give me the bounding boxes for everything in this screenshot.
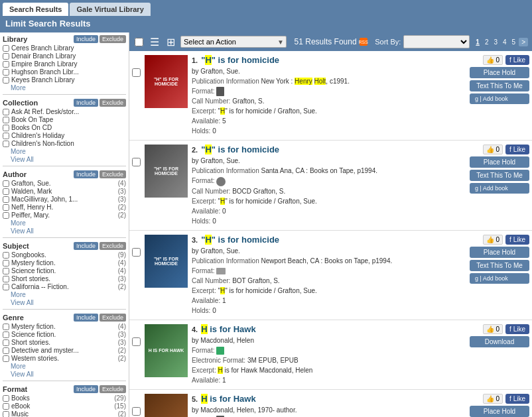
action-select[interactable]: Select an Action Export Email Print (180, 36, 287, 48)
book-title-4[interactable]: H is for Hawk (201, 324, 255, 334)
place-hold-5[interactable]: Place Hold (470, 406, 529, 417)
subject-cb-1[interactable] (3, 260, 9, 267)
list-view-icon[interactable]: ☰ (149, 36, 161, 48)
format-cb-0[interactable] (3, 395, 9, 402)
subject-exclude-button[interactable]: Exclude (100, 242, 126, 250)
text-this-2[interactable]: Text This To Me (470, 170, 529, 181)
genre-cb-4[interactable] (3, 355, 9, 362)
facebook-like-4[interactable]: f Like (505, 324, 529, 334)
subject-view-all-link[interactable]: View All (11, 299, 126, 306)
author-cb-3[interactable] (3, 204, 9, 211)
subject-cb-4[interactable] (3, 284, 9, 290)
author-exclude-button[interactable]: Exclude (100, 170, 126, 178)
author-include-button[interactable]: Include (74, 170, 98, 178)
collection-view-all-link[interactable]: View All (11, 156, 126, 163)
page-5[interactable]: 5 (510, 38, 518, 46)
result-5-checkbox[interactable] (132, 407, 141, 416)
tab-search-results[interactable]: Search Results (3, 3, 68, 16)
genre-cb-1[interactable] (3, 331, 9, 338)
table-row: H IS FOR HAWK 4. H is for Hawk by Macdon… (129, 320, 532, 390)
book-info-3: 3. "H" is for homicide by Grafton, Sue. … (192, 235, 459, 316)
book-title-5[interactable]: H is for Hawk (201, 394, 255, 404)
list-item: Western stories.(2) (3, 355, 126, 362)
genre-more-link[interactable]: More (11, 363, 126, 370)
library-cb-1[interactable] (3, 53, 9, 60)
sidebar-section-collection: Collection Include Exclude Ask At Ref. D… (3, 99, 126, 166)
result-4-checkbox[interactable] (132, 337, 141, 346)
page-4[interactable]: 4 (501, 38, 509, 46)
collection-cb-3[interactable] (3, 133, 9, 139)
book-title-3[interactable]: "H" is for homicide (201, 235, 279, 245)
result-2-checkbox[interactable] (132, 158, 141, 166)
library-exclude-button[interactable]: Exclude (100, 35, 126, 43)
genre-include-button[interactable]: Include (74, 314, 98, 322)
library-cb-0[interactable] (3, 45, 9, 52)
format-exclude-button[interactable]: Exclude (100, 385, 126, 393)
facebook-like-1[interactable]: f Like (505, 55, 529, 65)
table-row: H IS FOR HAWK 5. H is for Hawk by Macdon… (129, 390, 532, 417)
tab-gale-virtual[interactable]: Gale Virtual Library (70, 3, 150, 16)
collection-more-link[interactable]: More (11, 148, 126, 155)
add-book-2[interactable]: g | Add book (470, 183, 529, 194)
book-info-2: 2. "H" is for homicide by Grafton, Sue. … (192, 145, 459, 225)
result-3-checkbox[interactable] (132, 248, 141, 257)
subject-cb-2[interactable] (3, 268, 9, 274)
place-hold-2[interactable]: Place Hold (470, 156, 529, 168)
author-view-all-link[interactable]: View All (11, 227, 126, 235)
genre-view-all-link[interactable]: View All (11, 371, 126, 378)
library-cb-4[interactable] (3, 77, 9, 84)
library-cb-2[interactable] (3, 61, 9, 68)
place-hold-3[interactable]: Place Hold (470, 247, 529, 258)
page-3[interactable]: 3 (492, 38, 499, 46)
subject-more-link[interactable]: More (11, 291, 126, 298)
add-book-3[interactable]: g | Add book (470, 273, 529, 284)
library-cb-3[interactable] (3, 69, 9, 76)
collection-exclude-button[interactable]: Exclude (100, 99, 126, 107)
page-1[interactable]: 1 (474, 38, 482, 46)
list-item: Children's Holiday (3, 132, 126, 139)
book-title-2[interactable]: "H" is for homicide (201, 145, 279, 154)
collection-cb-4[interactable] (3, 141, 9, 147)
facebook-like-5[interactable]: f Like (505, 394, 529, 404)
text-this-1[interactable]: Text This To Me (470, 80, 529, 91)
subject-cb-0[interactable] (3, 252, 9, 259)
genre-exclude-button[interactable]: Exclude (100, 314, 126, 322)
format-cb-1[interactable] (3, 403, 9, 410)
rss-icon[interactable]: RSS (360, 38, 367, 46)
sidebar-section-library: Library Include Exclude Ceres Branch Lib… (3, 35, 126, 95)
subject-cb-3[interactable] (3, 276, 9, 282)
next-page-button[interactable]: > (519, 38, 528, 46)
result-1-checkbox[interactable] (132, 68, 141, 77)
collection-cb-0[interactable] (3, 109, 9, 115)
library-include-button[interactable]: Include (74, 35, 98, 43)
author-cb-1[interactable] (3, 188, 9, 195)
genre-cb-3[interactable] (3, 347, 9, 354)
add-book-1[interactable]: g | Add book (470, 93, 529, 104)
facebook-like-3[interactable]: f Like (505, 235, 529, 245)
text-this-3[interactable]: Text This To Me (470, 260, 529, 271)
book-title-1[interactable]: "H" is for homicide (201, 55, 279, 65)
select-all-checkbox[interactable] (135, 38, 143, 46)
list-item: Short stories.(3) (3, 339, 126, 346)
list-item: Denair Branch Library (3, 52, 126, 60)
subject-include-button[interactable]: Include (74, 242, 98, 250)
facebook-like-2[interactable]: f Like (505, 145, 529, 154)
collection-cb-2[interactable] (3, 125, 9, 131)
page-2[interactable]: 2 (483, 38, 491, 46)
author-cb-4[interactable] (3, 212, 9, 219)
download-4[interactable]: Download (470, 336, 529, 347)
author-cb-2[interactable] (3, 196, 9, 203)
format-cb-2[interactable] (3, 411, 9, 418)
author-more-link[interactable]: More (11, 219, 126, 227)
place-hold-1[interactable]: Place Hold (470, 67, 529, 78)
format-include-button[interactable]: Include (74, 385, 98, 393)
author-cb-0[interactable] (3, 180, 9, 187)
grid-view-icon[interactable]: ⊞ (165, 36, 176, 48)
collection-cb-1[interactable] (3, 117, 9, 123)
format-icon-audio-3 (216, 268, 226, 274)
genre-cb-0[interactable] (3, 324, 9, 330)
library-more-link[interactable]: More (11, 84, 126, 91)
sort-select[interactable]: Relevance Title Author Date (403, 35, 470, 48)
collection-include-button[interactable]: Include (74, 99, 98, 107)
genre-cb-2[interactable] (3, 339, 9, 346)
